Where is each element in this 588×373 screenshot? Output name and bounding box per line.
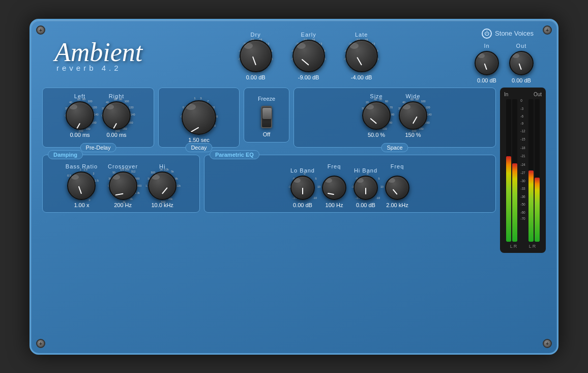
svg-text:90: 90 xyxy=(389,121,392,124)
size-value: 50.0 % xyxy=(368,132,385,138)
decay-knob-marker xyxy=(190,127,199,132)
plugin-name: Ambient xyxy=(54,39,142,66)
svg-text:120: 120 xyxy=(129,106,133,109)
size-label: Size xyxy=(370,93,383,99)
svg-text:80: 80 xyxy=(391,113,394,116)
hi-band-label: Hi Band xyxy=(354,167,377,174)
hi-freq-knob-inner xyxy=(385,176,409,200)
decay-panel: 1 3 7 10 0.3 30 0 100 xyxy=(158,88,240,148)
late-knob-marker xyxy=(357,56,362,65)
right-group: Right 40 20 0 60 80 100 xyxy=(102,93,131,138)
out-knob[interactable] xyxy=(509,51,534,75)
out-value: 0.00 dB xyxy=(512,77,531,83)
size-group: Size 20 30 40 50 60 70 xyxy=(362,93,391,138)
lo-band-knob[interactable] xyxy=(290,176,315,200)
dry-group: Dry -24 -18 -13 -30 -9 -40 -5 -54 xyxy=(240,32,272,80)
right-tick-container: 40 20 0 60 80 100 120 140 160 xyxy=(102,101,131,130)
main-content: Left 40 20 0 60 80 100 xyxy=(38,88,550,253)
wide-knob-inner xyxy=(399,101,427,130)
svg-text:140: 140 xyxy=(427,113,431,116)
hi-band-group: Hi Band 0 5 -5 10 -10 -10 xyxy=(354,167,378,208)
svg-text:70: 70 xyxy=(390,106,393,109)
lo-band-knob-inner xyxy=(290,176,315,200)
crossover-knob-inner xyxy=(109,171,137,200)
decay-knob-inner xyxy=(182,100,216,135)
crossover-knob[interactable] xyxy=(109,171,137,200)
hi-freq-label: Freq xyxy=(391,163,404,169)
dry-knob[interactable] xyxy=(240,40,272,72)
svg-text:5: 5 xyxy=(378,177,379,180)
vu-out-l-fill xyxy=(528,170,534,242)
left-knob-inner xyxy=(66,101,94,130)
lo-freq-knob-inner xyxy=(322,176,346,200)
freeze-panel: Freeze Off xyxy=(244,88,289,142)
hi-band-knob-inner xyxy=(354,176,378,200)
lo-band-group: Lo Band 0 5 -5 10 -10 -10 xyxy=(290,167,315,208)
svg-text:140: 140 xyxy=(94,113,98,116)
early-knob[interactable] xyxy=(292,40,325,72)
hi-freq-group: Freq 2.00 kHz xyxy=(385,163,409,208)
top-right-section: ⏻ Stone Voices In 0.00 dB Out xyxy=(475,28,534,83)
right-label: Right xyxy=(109,93,125,99)
lo-freq-group: Freq 100 Hz xyxy=(322,163,346,208)
right-knob-inner xyxy=(102,101,131,130)
screw-tr xyxy=(543,25,552,35)
bass-ratio-label: Bass Ratio xyxy=(66,163,98,169)
decay-knob[interactable] xyxy=(182,100,216,135)
vu-out-r xyxy=(535,99,540,242)
hi-freq-knob[interactable] xyxy=(385,176,409,200)
bass-ratio-knob[interactable] xyxy=(67,171,96,200)
top-panel-row: Left 40 20 0 60 80 100 xyxy=(42,88,496,148)
predelay-knobs: Left 40 20 0 60 80 100 xyxy=(49,93,148,138)
early-knob-marker xyxy=(301,59,309,65)
hi-knob[interactable] xyxy=(148,171,177,200)
lo-freq-knob[interactable] xyxy=(322,176,346,200)
svg-text:3: 3 xyxy=(200,97,202,100)
svg-text:0: 0 xyxy=(89,198,91,202)
right-value: 0.00 ms xyxy=(106,132,126,138)
svg-text:60: 60 xyxy=(385,100,388,103)
out-group: Out 0.00 dB xyxy=(509,43,534,83)
crossover-value: 200 Hz xyxy=(114,202,132,208)
lo-band-label: Lo Band xyxy=(290,167,315,174)
bass-ratio-value: 1.00 x xyxy=(74,202,89,208)
svg-text:140: 140 xyxy=(130,113,135,116)
early-knob-inner xyxy=(292,40,325,72)
freeze-toggle[interactable] xyxy=(261,106,272,128)
screw-bl xyxy=(36,339,45,348)
dry-value: 0.00 dB xyxy=(246,74,266,80)
in-knob[interactable] xyxy=(475,51,499,75)
wide-knob[interactable] xyxy=(399,101,427,130)
decay-group: 1 3 7 10 0.3 30 0 100 xyxy=(182,93,216,143)
bottom-panel-row: Damping Bass Ratio 0.5 1 1.5 xyxy=(42,155,496,213)
hi-marker xyxy=(162,187,168,194)
space-knobs: Size 20 30 40 50 60 70 xyxy=(300,93,489,138)
left-knob[interactable] xyxy=(66,101,94,130)
hi-label: Hi xyxy=(159,163,165,169)
screw-br xyxy=(543,339,552,348)
crossover-tick: 50 38 0 125 200 312 500 800 1.3k xyxy=(109,171,137,200)
size-knob-inner xyxy=(362,101,391,130)
eq-title: Parametric EQ xyxy=(210,150,259,159)
crossover-marker xyxy=(115,193,123,195)
top-center-knobs: Dry -24 -18 -13 -30 -9 -40 -5 -54 xyxy=(240,32,378,80)
svg-text:120: 120 xyxy=(92,106,97,109)
late-knob[interactable] xyxy=(345,40,378,72)
vu-header: In Out xyxy=(504,92,542,97)
space-panel: Size 20 30 40 50 60 70 xyxy=(293,88,496,148)
hi-band-knob[interactable] xyxy=(354,176,378,200)
brand-name: Stone Voices xyxy=(495,30,534,37)
hi-freq-value: 2.00 kHz xyxy=(386,202,408,208)
top-header: Ambient reverb 4.2 Dry -24 -18 -13 -30 xyxy=(38,27,550,83)
freeze-label: Freeze xyxy=(258,96,275,102)
lo-band-value: 0.00 dB xyxy=(293,202,312,208)
vu-lr-out-label: L R xyxy=(529,244,536,249)
svg-text:2.5: 2.5 xyxy=(95,179,99,182)
svg-text:-10: -10 xyxy=(313,196,317,199)
crossover-label: Crossover xyxy=(108,163,138,169)
lo-freq-label: Freq xyxy=(328,163,341,169)
svg-text:-10: -10 xyxy=(376,196,380,199)
bass-ratio-knob-inner xyxy=(67,171,96,200)
size-knob[interactable] xyxy=(362,101,391,130)
right-knob[interactable] xyxy=(102,101,131,130)
